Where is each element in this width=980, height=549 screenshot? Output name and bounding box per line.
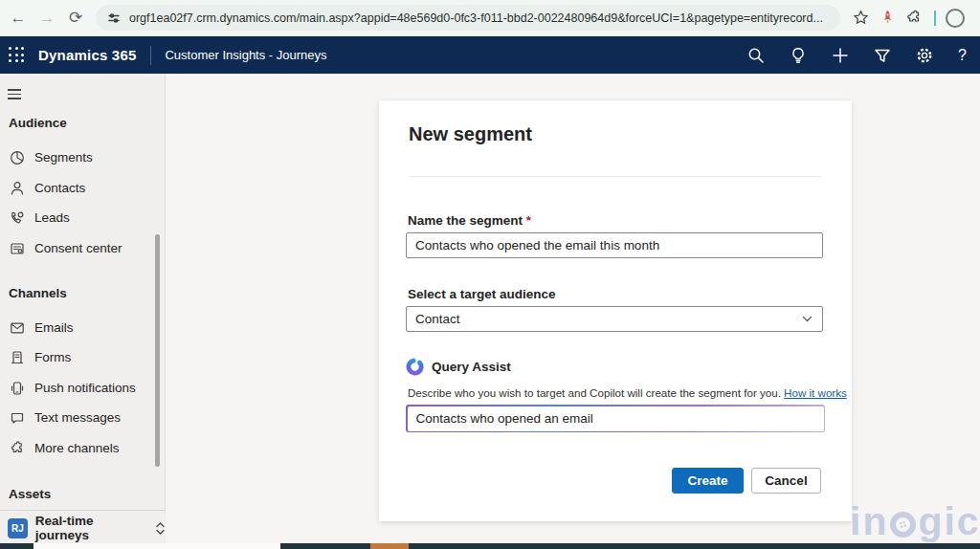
header-divider bbox=[150, 46, 151, 65]
divider bbox=[409, 176, 821, 177]
push-notification-icon bbox=[10, 381, 25, 396]
area-badge: RJ bbox=[8, 518, 28, 538]
waffle-menu-icon[interactable] bbox=[9, 47, 25, 63]
site-info-icon[interactable] bbox=[107, 11, 121, 25]
sidebar-item-label: Emails bbox=[34, 320, 74, 335]
new-segment-dialog: New segment Name the segment * Select a … bbox=[379, 100, 852, 521]
sidebar-item-text-messages[interactable]: Text messages bbox=[0, 403, 155, 432]
email-icon bbox=[10, 320, 25, 336]
chevron-down-icon bbox=[801, 313, 813, 325]
sidebar-item-label: Consent center bbox=[34, 241, 122, 255]
bookmark-star-icon[interactable] bbox=[853, 10, 869, 26]
query-assist-input[interactable] bbox=[408, 406, 824, 431]
how-it-works-link[interactable]: How it works bbox=[784, 386, 847, 399]
query-assist-input-border bbox=[406, 405, 825, 432]
extensions-puzzle-icon[interactable] bbox=[906, 10, 923, 26]
bottom-strip-segment bbox=[370, 543, 409, 549]
text-message-icon bbox=[10, 410, 25, 426]
sidebar-item-label: Push notifications bbox=[34, 381, 136, 395]
bottom-strip-segment bbox=[0, 543, 33, 549]
sidebar-item-consent-center[interactable]: Consent center bbox=[0, 233, 155, 263]
name-field-label: Name the segment * bbox=[408, 213, 531, 228]
sidebar-item-forms[interactable]: Forms bbox=[0, 342, 155, 372]
chevron-updown-icon bbox=[155, 521, 166, 536]
sidebar-header-audience: Audience bbox=[9, 116, 67, 130]
create-button[interactable]: Create bbox=[672, 468, 744, 494]
inogic-watermark: in gic bbox=[850, 499, 980, 544]
sidebar-collapse-icon[interactable] bbox=[8, 89, 21, 102]
url-text[interactable]: orgf1ea02f7.crm.dynamics.com/main.aspx?a… bbox=[129, 11, 823, 25]
dynamics-brand[interactable]: Dynamics 365 bbox=[38, 47, 136, 63]
sidebar-item-label: Contacts bbox=[34, 181, 85, 195]
sidebar-item-push-notifications[interactable]: Push notifications bbox=[0, 373, 155, 403]
sidebar-item-label: Text messages bbox=[34, 410, 121, 425]
selected-audience-value: Contact bbox=[415, 312, 460, 326]
copilot-icon bbox=[406, 358, 424, 376]
watermark-text: in bbox=[850, 499, 888, 544]
profile-avatar-icon[interactable] bbox=[946, 9, 965, 28]
query-assist-description: Describe who you wish to target and Copi… bbox=[408, 386, 847, 399]
area-label: Real-time journeys bbox=[35, 514, 149, 542]
contacts-icon bbox=[10, 181, 25, 196]
lightbulb-icon[interactable] bbox=[790, 47, 807, 64]
query-assist-title: Query Assist bbox=[432, 360, 511, 374]
sidebar-item-label: Forms bbox=[34, 350, 71, 364]
browser-back-icon[interactable]: ← bbox=[4, 9, 33, 28]
browser-reload-icon[interactable]: ⟳ bbox=[61, 8, 90, 28]
filter-icon[interactable] bbox=[874, 47, 891, 64]
segment-name-input[interactable] bbox=[406, 232, 823, 258]
bottom-strip-segment bbox=[280, 543, 370, 549]
form-icon bbox=[10, 350, 25, 365]
toolbar-separator bbox=[934, 11, 936, 26]
divider bbox=[0, 510, 166, 511]
sidebar-header-channels: Channels bbox=[9, 286, 67, 300]
bottom-strip-segment bbox=[409, 543, 980, 549]
sidebar-item-contacts[interactable]: Contacts bbox=[0, 173, 155, 203]
audience-field-label: Select a target audience bbox=[408, 287, 556, 301]
bottom-strip-segment bbox=[33, 543, 280, 549]
sidebar-item-leads[interactable]: Leads bbox=[0, 203, 155, 232]
browser-toolbar: ← → ⟳ orgf1ea02f7.crm.dynamics.com/main.… bbox=[0, 0, 980, 36]
browser-forward-icon[interactable]: → bbox=[33, 9, 61, 28]
target-audience-select[interactable]: Contact bbox=[406, 306, 823, 332]
plus-icon[interactable] bbox=[832, 47, 849, 64]
extension-rocket-icon[interactable] bbox=[881, 11, 894, 25]
area-switcher[interactable]: RJ Real-time journeys bbox=[0, 513, 166, 543]
watermark-text: gic bbox=[918, 499, 980, 544]
search-icon[interactable] bbox=[747, 47, 765, 64]
leads-icon bbox=[10, 210, 25, 226]
sidebar-item-emails[interactable]: Emails bbox=[0, 313, 155, 342]
sidebar-item-label: More channels bbox=[34, 441, 120, 455]
inogic-logo-icon bbox=[890, 512, 916, 538]
dialog-title: New segment bbox=[409, 123, 532, 145]
sidebar-item-label: Segments bbox=[34, 150, 93, 165]
segments-icon bbox=[10, 150, 25, 165]
cancel-button[interactable]: Cancel bbox=[751, 468, 821, 494]
app-header: Dynamics 365 Customer Insights - Journey… bbox=[0, 36, 980, 74]
sidebar-scrollbar[interactable] bbox=[155, 234, 160, 467]
sidebar-item-more-channels[interactable]: More channels bbox=[0, 433, 155, 463]
gear-icon[interactable] bbox=[916, 47, 933, 64]
sidebar-item-segments[interactable]: Segments bbox=[0, 143, 155, 172]
puzzle-icon bbox=[10, 441, 25, 456]
consent-center-icon bbox=[10, 241, 25, 256]
help-icon[interactable]: ? bbox=[958, 47, 967, 64]
address-bar[interactable]: orgf1ea02f7.crm.dynamics.com/main.aspx?a… bbox=[96, 5, 840, 31]
query-assist-header: Query Assist bbox=[406, 358, 511, 376]
required-asterisk: * bbox=[526, 213, 531, 228]
sidebar-header-assets: Assets bbox=[9, 487, 51, 501]
sidebar-item-label: Leads bbox=[34, 210, 70, 225]
app-title[interactable]: Customer Insights - Journeys bbox=[165, 48, 326, 62]
